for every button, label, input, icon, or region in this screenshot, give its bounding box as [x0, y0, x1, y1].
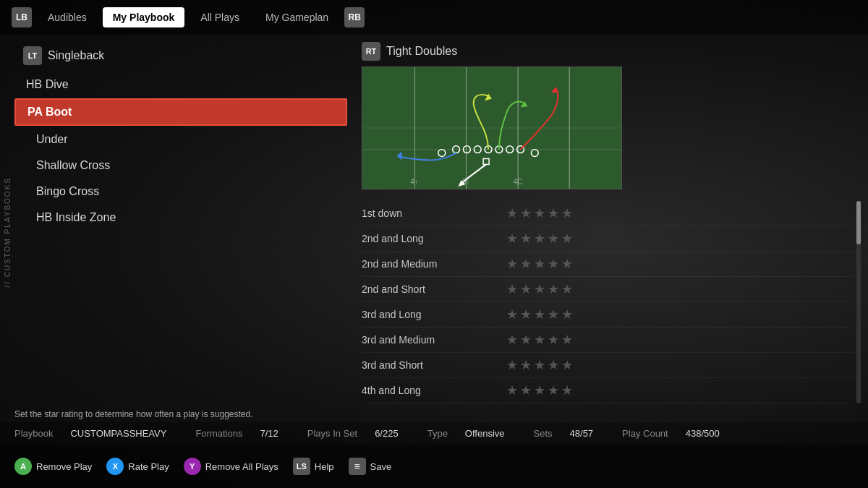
- play-shallow-cross[interactable]: Shallow Cross: [14, 153, 347, 178]
- rating-row-6: 3rd and Short★★★★★: [362, 353, 854, 378]
- star-0-2[interactable]: ★: [534, 205, 545, 221]
- x-badge: X: [106, 458, 124, 475]
- star-0-4[interactable]: ★: [561, 205, 573, 221]
- stat-group-4: Type Offensive: [427, 428, 505, 439]
- stars-5[interactable]: ★★★★★: [506, 332, 573, 348]
- star-6-3[interactable]: ★: [548, 357, 559, 373]
- star-4-1[interactable]: ★: [520, 307, 532, 322]
- rating-label-0: 1st down: [362, 207, 506, 219]
- rating-label-3: 2nd and Short: [362, 283, 506, 295]
- remove-play-button[interactable]: A Remove Play: [14, 458, 92, 475]
- a-badge: A: [14, 458, 32, 475]
- tab-my-gameplan[interactable]: My Gameplan: [255, 7, 339, 27]
- stars-3[interactable]: ★★★★★: [506, 281, 573, 297]
- formations-label: Formations: [195, 428, 242, 439]
- stat-group-6: Play Count 438/500: [622, 428, 720, 439]
- rate-play-button[interactable]: X Rate Play: [106, 458, 169, 475]
- rating-rows: 1st down★★★★★2nd and Long★★★★★2nd and Me…: [362, 201, 854, 403]
- star-4-3[interactable]: ★: [548, 307, 559, 322]
- save-button[interactable]: ≡ Save: [349, 458, 392, 475]
- star-6-4[interactable]: ★: [561, 357, 573, 373]
- star-0-3[interactable]: ★: [548, 205, 559, 221]
- star-6-1[interactable]: ★: [520, 357, 532, 373]
- star-4-2[interactable]: ★: [534, 307, 545, 322]
- star-5-2[interactable]: ★: [534, 332, 545, 348]
- stars-6[interactable]: ★★★★★: [506, 357, 573, 373]
- play-bingo-cross[interactable]: Bingo Cross: [14, 179, 347, 204]
- main-container: LB Audibles My Playbook All Plays My Gam…: [0, 0, 868, 488]
- right-panel: RT Tight Doubles 4↑ 5↑ 4C: [347, 35, 868, 403]
- formation-name: Singleback: [48, 49, 104, 62]
- bottom-bar: A Remove Play X Rate Play Y Remove All P…: [0, 445, 868, 488]
- play-diagram-section: RT Tight Doubles 4↑ 5↑ 4C: [362, 42, 854, 189]
- star-2-0[interactable]: ★: [506, 256, 518, 272]
- ls-badge: LS: [293, 458, 310, 475]
- stat-group-3: Plays In Set 6/225: [307, 428, 399, 439]
- rating-label-6: 3rd and Short: [362, 359, 506, 371]
- star-5-1[interactable]: ★: [520, 332, 532, 348]
- plays-in-set-label: Plays In Set: [307, 428, 357, 439]
- playbook-value: CUSTOMPASSHEAVY: [70, 428, 166, 439]
- stars-7[interactable]: ★★★★★: [506, 382, 573, 398]
- tab-audibles[interactable]: Audibles: [38, 7, 97, 27]
- sets-label: Sets: [534, 428, 553, 439]
- play-pa-boot[interactable]: PA Boot: [14, 98, 347, 126]
- star-3-0[interactable]: ★: [506, 281, 518, 297]
- star-3-3[interactable]: ★: [548, 281, 559, 297]
- rb-badge: RB: [344, 7, 365, 27]
- tab-my-playbook[interactable]: My Playbook: [103, 7, 185, 27]
- star-6-0[interactable]: ★: [506, 357, 518, 373]
- star-5-3[interactable]: ★: [548, 332, 559, 348]
- star-7-2[interactable]: ★: [534, 382, 545, 398]
- star-2-4[interactable]: ★: [561, 256, 573, 272]
- rating-row-4: 3rd and Long★★★★★: [362, 302, 854, 328]
- play-diagram-svg: [362, 67, 621, 189]
- scroll-track[interactable]: [856, 201, 861, 403]
- star-0-0[interactable]: ★: [506, 205, 518, 221]
- star-3-2[interactable]: ★: [534, 281, 545, 297]
- eq-badge: ≡: [349, 458, 366, 475]
- stars-1[interactable]: ★★★★★: [506, 231, 573, 247]
- stats-bar: Playbook CUSTOMPASSHEAVY Formations 7/12…: [0, 422, 868, 445]
- rating-row-1: 2nd and Long★★★★★: [362, 226, 854, 252]
- play-hb-dive[interactable]: HB Dive: [14, 72, 347, 97]
- stat-group-5: Sets 48/57: [534, 428, 594, 439]
- star-2-2[interactable]: ★: [534, 256, 545, 272]
- star-6-2[interactable]: ★: [534, 357, 545, 373]
- remove-all-plays-button[interactable]: Y Remove All Plays: [184, 458, 278, 475]
- svg-rect-15: [483, 158, 489, 164]
- scroll-thumb: [856, 201, 861, 244]
- star-5-0[interactable]: ★: [506, 332, 518, 348]
- star-1-2[interactable]: ★: [534, 231, 545, 247]
- star-3-4[interactable]: ★: [561, 281, 573, 297]
- star-1-3[interactable]: ★: [548, 231, 559, 247]
- star-7-4[interactable]: ★: [561, 382, 573, 398]
- star-1-1[interactable]: ★: [520, 231, 532, 247]
- diagram-title: Tight Doubles: [386, 45, 457, 58]
- star-5-4[interactable]: ★: [561, 332, 573, 348]
- star-1-4[interactable]: ★: [561, 231, 573, 247]
- stars-4[interactable]: ★★★★★: [506, 307, 573, 322]
- rating-label-7: 4th and Long: [362, 385, 506, 396]
- rating-label-5: 3rd and Medium: [362, 334, 506, 346]
- star-3-1[interactable]: ★: [520, 281, 532, 297]
- star-2-3[interactable]: ★: [548, 256, 559, 272]
- star-7-0[interactable]: ★: [506, 382, 518, 398]
- ratings-section: 1st down★★★★★2nd and Long★★★★★2nd and Me…: [362, 201, 854, 403]
- rt-badge: RT: [362, 42, 380, 61]
- star-2-1[interactable]: ★: [520, 256, 532, 272]
- tab-all-plays[interactable]: All Plays: [190, 7, 250, 27]
- star-4-4[interactable]: ★: [561, 307, 573, 322]
- star-4-0[interactable]: ★: [506, 307, 518, 322]
- help-button[interactable]: LS Help: [293, 458, 334, 475]
- play-under[interactable]: Under: [14, 127, 347, 152]
- top-nav: LB Audibles My Playbook All Plays My Gam…: [0, 0, 868, 35]
- star-7-3[interactable]: ★: [548, 382, 559, 398]
- star-1-0[interactable]: ★: [506, 231, 518, 247]
- diagram-header: RT Tight Doubles: [362, 42, 854, 61]
- play-hb-inside-zone[interactable]: HB Inside Zone: [14, 205, 347, 230]
- star-7-1[interactable]: ★: [520, 382, 532, 398]
- star-0-1[interactable]: ★: [520, 205, 532, 221]
- stars-0[interactable]: ★★★★★: [506, 205, 573, 221]
- stars-2[interactable]: ★★★★★: [506, 256, 573, 272]
